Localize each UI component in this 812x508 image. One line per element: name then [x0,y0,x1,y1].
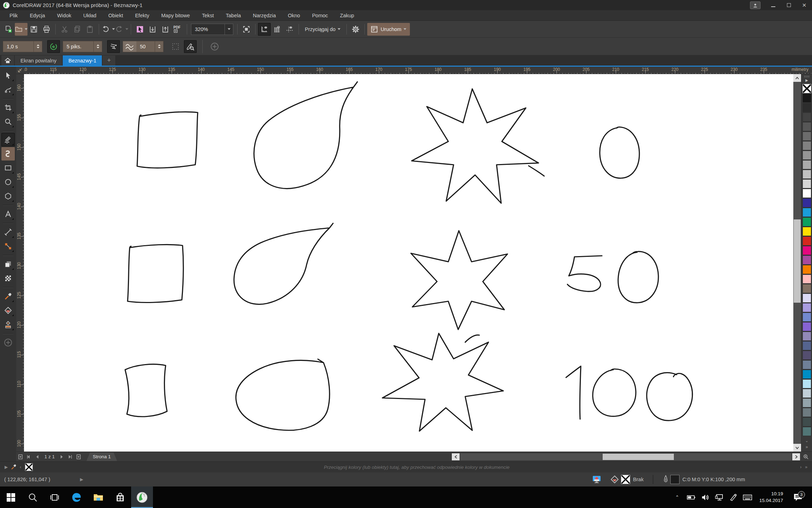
livesketch-timer-button[interactable] [47,40,60,53]
tray-expand-icon[interactable]: ⌃ [671,490,683,504]
scroll-up-button[interactable] [793,74,801,82]
color-swatch[interactable] [802,179,811,188]
file-explorer-button[interactable] [87,486,109,508]
horizontal-scroll-track[interactable] [460,453,792,460]
account-icon[interactable] [750,1,761,9]
timer-delay-spinner[interactable] [33,41,42,52]
export-button[interactable] [159,23,172,36]
flyout-arrow-icon[interactable]: ▶ [3,465,10,470]
color-swatch[interactable] [802,198,811,207]
color-swatch[interactable] [802,351,811,360]
network-icon[interactable] [713,490,725,504]
palette-more-icon[interactable]: » [803,465,809,470]
smart-fill-tool[interactable] [1,318,15,331]
minimize-button[interactable] [765,0,781,10]
maximize-button[interactable] [781,0,796,10]
text-tool[interactable] [1,207,15,221]
smoothing-spinner[interactable] [155,41,163,52]
color-swatch[interactable] [802,246,811,255]
vertical-scrollbar[interactable] [793,74,801,452]
task-view-button[interactable] [44,486,66,508]
windows-store-button[interactable] [109,486,131,508]
menu-item-edycja[interactable]: Edycja [24,10,51,21]
sketched-star-row3-flick[interactable] [465,335,479,342]
connector-tool[interactable] [1,240,15,253]
fill-color-swatch[interactable] [621,475,630,484]
status-flyout-arrow-icon[interactable]: ▶ [78,477,85,482]
palette-scroll-right-icon[interactable]: › [798,465,803,470]
color-swatch[interactable] [802,217,811,226]
color-eyedropper-tool[interactable] [1,290,15,303]
fill-indicator-icon[interactable] [610,475,619,484]
vertical-scroll-track[interactable] [793,82,801,444]
search-content-button[interactable] [134,23,146,36]
color-swatch[interactable] [802,113,811,122]
zoom-level-dropdown[interactable] [224,24,233,35]
previous-page-button[interactable] [33,453,42,461]
smoothing-group[interactable]: 50 [123,41,164,52]
no-color-swatch[interactable] [802,84,811,93]
show-guidelines-button[interactable] [283,23,296,36]
color-swatch[interactable] [802,208,811,217]
new-document-button[interactable] [2,23,15,36]
color-swatch[interactable] [802,132,811,141]
sketched-square-row2[interactable] [128,244,183,302]
menu-item-tekst[interactable]: Tekst [196,10,220,21]
menu-item-efekty[interactable]: Efekty [129,10,155,21]
color-swatch[interactable] [802,122,811,131]
pen-settings-icon[interactable] [727,490,739,504]
sketched-blob-row3[interactable] [236,359,330,430]
sketched-star-6pt-row2[interactable] [411,231,508,329]
publish-pdf-button[interactable]: PDF [172,23,184,36]
color-swatch[interactable] [802,303,811,312]
menu-item-okno[interactable]: Okno [282,10,306,21]
include-curves-button[interactable] [107,40,120,53]
edge-browser-button[interactable] [66,486,87,508]
palette-drag-handle[interactable]: ▶ [801,74,812,83]
last-page-button[interactable] [66,453,74,461]
sketched-star-row3[interactable] [382,333,503,431]
tab-document[interactable]: Beznazwy-1 [63,55,102,66]
vertical-scroll-thumb[interactable] [794,219,801,303]
menu-item-pomoc[interactable]: Pomoc [306,10,334,21]
horizontal-scroll-thumb[interactable] [603,454,674,460]
color-swatch[interactable] [802,255,811,265]
drawing-canvas[interactable] [24,74,793,452]
new-document-tab-button[interactable]: + [103,55,115,66]
sketched-teardrop-row1[interactable] [254,82,357,188]
color-swatch[interactable] [802,398,811,407]
first-page-button[interactable] [25,453,33,461]
battery-icon[interactable] [685,490,697,504]
page-tab-strona-1[interactable]: Strona 1 [86,453,117,461]
next-page-button[interactable] [57,453,66,461]
palette-scroll-down-icon[interactable]: ⌄ [805,439,808,443]
zoom-tool[interactable] [1,115,15,128]
color-swatch[interactable] [802,294,811,303]
start-button[interactable] [0,486,22,508]
crop-tool[interactable] [1,101,15,114]
interactive-fill-tool[interactable] [1,304,15,317]
color-swatch[interactable] [802,93,811,103]
outline-color-swatch[interactable] [670,475,679,484]
pick-tool[interactable] [1,69,15,82]
color-swatch[interactable] [802,141,811,150]
zoom-level-select[interactable]: 320% [191,24,233,35]
color-swatch[interactable] [802,151,811,160]
color-swatch[interactable] [802,417,811,427]
snap-to-dropdown[interactable]: Przyciągaj do [301,23,344,36]
sketched-star-7pt-row1[interactable] [412,89,539,203]
color-swatch[interactable] [802,189,811,198]
color-swatch[interactable] [802,408,811,417]
menu-item-mapy-bitowe[interactable]: Mapy bitowe [155,10,196,21]
color-proof-icon[interactable] [592,475,601,484]
sketched-digit-5[interactable] [567,256,602,291]
dimension-tool[interactable] [1,225,15,239]
sketched-square-row3[interactable] [125,364,167,417]
scroll-right-button[interactable] [792,453,800,460]
menu-item-uk-ad[interactable]: Układ [77,10,102,21]
print-button[interactable] [40,23,53,36]
add-page-after-button[interactable] [74,453,83,461]
zoom-corner-button[interactable] [801,453,811,461]
freehand-tool[interactable] [1,133,15,146]
palette-eyedropper-icon[interactable] [11,464,17,470]
